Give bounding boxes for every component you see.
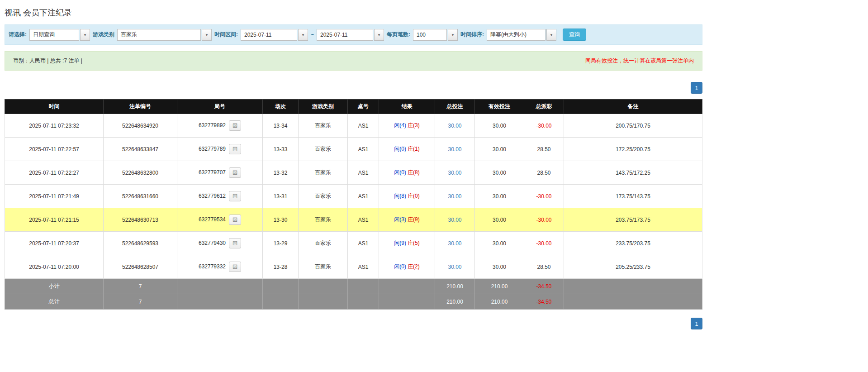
- round-detail-icon[interactable]: ⚄: [229, 120, 241, 131]
- column-header-game-type: 游戏类别: [299, 100, 348, 114]
- banker-result: 庄(9): [408, 216, 420, 223]
- bet-record-row: 2025-07-11 07:21:15522648630713632779534…: [5, 208, 702, 232]
- banker-result: 庄(2): [408, 263, 420, 270]
- page-1-button[interactable]: 1: [691, 318, 702, 329]
- player-result: 闲(3): [394, 216, 406, 223]
- chevron-down-icon: ▾: [206, 33, 208, 37]
- round-detail-icon[interactable]: ⚄: [229, 144, 241, 154]
- footer-session-cell: [263, 279, 299, 294]
- round-detail-icon[interactable]: ⚄: [229, 191, 241, 201]
- bet-id-cell: 522648628507: [104, 255, 177, 279]
- bet-record-row: 2025-07-11 07:23:32522648634920632779892…: [5, 114, 702, 138]
- bet-id-cell: 522648633847: [104, 138, 177, 161]
- total-bet-cell: 30.00: [435, 208, 475, 232]
- footer-round-cell: [177, 294, 263, 310]
- banker-result: 庄(8): [408, 169, 420, 176]
- round-id: 632779789: [199, 146, 226, 152]
- player-result: 闲(0): [394, 169, 406, 176]
- date-to-dropdown-button[interactable]: ▾: [374, 29, 384, 41]
- query-type-dropdown-button[interactable]: ▾: [80, 29, 90, 41]
- date-from-dropdown-button[interactable]: ▾: [298, 29, 308, 41]
- total-bet-cell: 30.00: [435, 255, 475, 279]
- query-type-combo: ▾: [29, 29, 90, 41]
- date-range-separator: ~: [311, 32, 314, 38]
- player-result: 闲(8): [394, 193, 406, 199]
- total-row: 总计7210.00210.00-34.50: [5, 294, 702, 310]
- column-header-session: 场次: [263, 100, 299, 114]
- game-type-input[interactable]: [117, 29, 201, 41]
- sort-order-dropdown-button[interactable]: ▾: [546, 29, 556, 41]
- total-bet-cell: 30.00: [435, 114, 475, 138]
- date-to-combo: ▾: [317, 29, 384, 41]
- footer-table-cell: [348, 294, 379, 310]
- round-id: 632779332: [199, 263, 226, 270]
- game-type-combo: ▾: [117, 29, 212, 41]
- column-header-round-id: 局号: [177, 100, 263, 114]
- round-id: 632779892: [199, 122, 226, 129]
- page-size-input[interactable]: [413, 29, 447, 41]
- bet-id-cell: 522648634920: [104, 114, 177, 138]
- total-bet-cell: 30.00: [435, 232, 475, 255]
- footer-valid-bet-cell: 210.00: [475, 294, 524, 310]
- round-detail-icon[interactable]: ⚄: [229, 215, 241, 225]
- time-cell: 2025-07-11 07:22:57: [5, 138, 104, 161]
- page-size-dropdown-button[interactable]: ▾: [448, 29, 458, 41]
- footer-game-cell: [299, 294, 348, 310]
- banker-result: 庄(3): [408, 122, 420, 129]
- total-bet-link[interactable]: 30.00: [448, 240, 461, 247]
- time-cell: 2025-07-11 07:23:32: [5, 114, 104, 138]
- round-detail-icon[interactable]: ⚄: [229, 238, 241, 248]
- date-from-input[interactable]: [241, 29, 297, 41]
- page-size-combo: ▾: [413, 29, 458, 41]
- table-body: 2025-07-11 07:23:32522648634920632779892…: [5, 114, 702, 279]
- query-type-input[interactable]: [29, 29, 79, 41]
- sort-order-input[interactable]: [487, 29, 545, 41]
- round-id-cell: 632779430⚄: [177, 232, 263, 255]
- column-header-valid-bet: 有效投注: [475, 100, 524, 114]
- pagination-bottom: 1: [5, 318, 702, 329]
- game-type-dropdown-button[interactable]: ▾: [202, 29, 212, 41]
- remark-cell: 143.75/172.25: [564, 161, 702, 185]
- game-type-cell: 百家乐: [299, 138, 348, 161]
- table-no-cell: AS1: [348, 161, 379, 185]
- date-range-label: 时间区间:: [214, 31, 238, 38]
- payout-cell: 28.50: [524, 161, 564, 185]
- valid-bet-cell: 30.00: [475, 185, 524, 208]
- total-bet-link[interactable]: 30.00: [448, 170, 461, 176]
- round-detail-icon[interactable]: ⚄: [229, 167, 241, 178]
- round-id-cell: 632779534⚄: [177, 208, 263, 232]
- bet-record-row: 2025-07-11 07:22:27522648632800632779707…: [5, 161, 702, 185]
- total-bet-link[interactable]: 30.00: [448, 193, 461, 200]
- date-to-input[interactable]: [317, 29, 373, 41]
- total-bet-link[interactable]: 30.00: [448, 123, 461, 129]
- total-bet-link[interactable]: 30.00: [448, 146, 461, 153]
- page-title: 视讯 会员下注纪录: [5, 7, 702, 18]
- table-header-row: 时间注单编号局号场次游戏类别桌号结果总投注有效投注总派彩备注: [5, 100, 702, 114]
- valid-bet-cell: 30.00: [475, 138, 524, 161]
- footer-valid-bet-cell: 210.00: [475, 279, 524, 294]
- time-cell: 2025-07-11 07:20:37: [5, 232, 104, 255]
- column-header-total-bet: 总投注: [435, 100, 475, 114]
- column-header-result: 结果: [379, 100, 435, 114]
- footer-total-bet-cell: 210.00: [435, 294, 475, 310]
- footer-remark-cell: [564, 294, 702, 310]
- player-result: 闲(0): [394, 263, 406, 270]
- total-bet-cell: 30.00: [435, 185, 475, 208]
- chevron-down-icon: ▾: [84, 33, 86, 37]
- game-type-label: 游戏类别: [93, 31, 114, 38]
- round-id: 632779430: [199, 240, 226, 246]
- page-1-button[interactable]: 1: [691, 82, 702, 94]
- total-bet-link[interactable]: 30.00: [448, 264, 461, 270]
- footer-count-cell: 7: [104, 279, 177, 294]
- column-header-bet-id: 注单编号: [104, 100, 177, 114]
- bet-record-row: 2025-07-11 07:21:49522648631660632779612…: [5, 185, 702, 208]
- payout-cell: -30.00: [524, 208, 564, 232]
- total-bet-link[interactable]: 30.00: [448, 217, 461, 223]
- payout-cell: -30.00: [524, 114, 564, 138]
- round-detail-icon[interactable]: ⚄: [229, 262, 241, 272]
- summary-bar: 币别：人民币 | 总共 :7 注单 | 同局有效投注，统一计算在该局第一张注单内: [5, 51, 702, 71]
- game-type-cell: 百家乐: [299, 185, 348, 208]
- game-type-cell: 百家乐: [299, 161, 348, 185]
- round-id: 632779612: [199, 193, 226, 199]
- search-button[interactable]: 查询: [563, 29, 586, 41]
